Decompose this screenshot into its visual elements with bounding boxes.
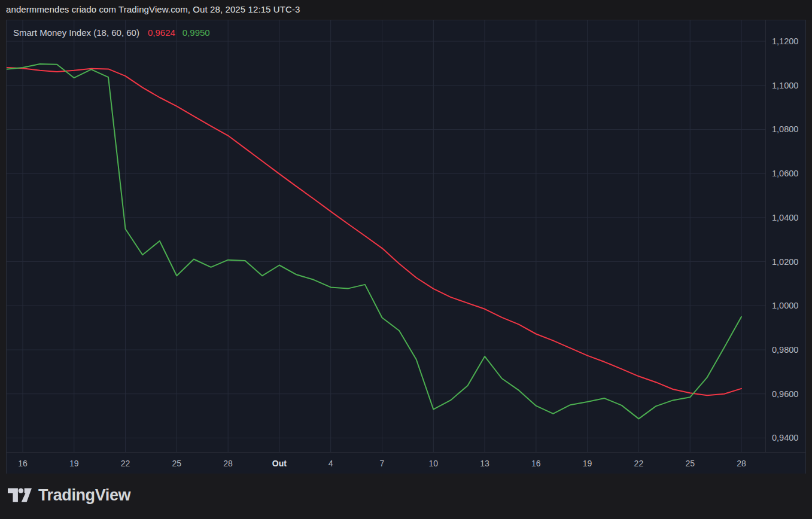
smi-ma-red: [7, 68, 741, 395]
price-axis-label: 0,9400: [772, 433, 798, 442]
time-axis-label: 16: [18, 459, 28, 468]
price-axis-label: 1,0400: [772, 213, 798, 222]
indicator-title: Smart Money Index (18, 60, 60): [13, 28, 139, 38]
time-axis-label: 28: [737, 459, 746, 468]
tradingview-logo-icon: [8, 486, 32, 505]
chart-widget: Smart Money Index (18, 60, 60) 0,9624 0,…: [6, 20, 806, 474]
price-axis[interactable]: 1,12001,10001,08001,06001,04001,02001,00…: [766, 20, 805, 452]
time-axis-label: 28: [223, 459, 233, 468]
chart-canvas[interactable]: [7, 20, 765, 452]
time-axis-label: 10: [428, 459, 438, 468]
time-axis-label: 25: [685, 459, 695, 468]
titlebar: andermmendes criado com TradingView.com,…: [0, 0, 812, 20]
time-axis[interactable]: 1619222528Out4710131619222528: [7, 453, 765, 474]
time-axis-label: Out: [272, 459, 287, 468]
tradingview-logo[interactable]: TradingView: [8, 486, 130, 505]
indicator-value-green: 0,9950: [183, 28, 210, 38]
chart-page: andermmendes criado com TradingView.com,…: [0, 0, 812, 519]
price-axis-label: 1,1200: [772, 36, 798, 46]
footer: TradingView: [0, 474, 812, 519]
price-axis-label: 0,9600: [772, 389, 798, 399]
time-axis-label: 19: [583, 459, 592, 468]
time-axis-label: 25: [172, 459, 182, 468]
time-axis-label: 22: [121, 459, 130, 468]
price-axis-label: 0,9800: [772, 345, 798, 355]
indicator-value-red: 0,9624: [148, 28, 175, 38]
smi-green: [7, 64, 741, 419]
time-axis-label: 13: [480, 459, 489, 468]
time-axis-label: 19: [69, 459, 79, 468]
price-axis-label: 1,0000: [772, 301, 798, 310]
price-axis-label: 1,0600: [772, 169, 798, 178]
indicator-legend[interactable]: Smart Money Index (18, 60, 60) 0,9624 0,…: [13, 28, 210, 38]
time-axis-label: 7: [380, 459, 385, 468]
price-axis-label: 1,0800: [772, 124, 798, 134]
page-title: andermmendes criado com TradingView.com,…: [6, 4, 300, 14]
time-axis-label: 16: [531, 459, 541, 468]
time-axis-label: 22: [634, 459, 644, 468]
tradingview-logo-text: TradingView: [38, 486, 130, 505]
price-axis-label: 1,1000: [772, 81, 798, 90]
price-axis-label: 1,0200: [772, 257, 798, 267]
time-axis-label: 4: [329, 459, 333, 468]
